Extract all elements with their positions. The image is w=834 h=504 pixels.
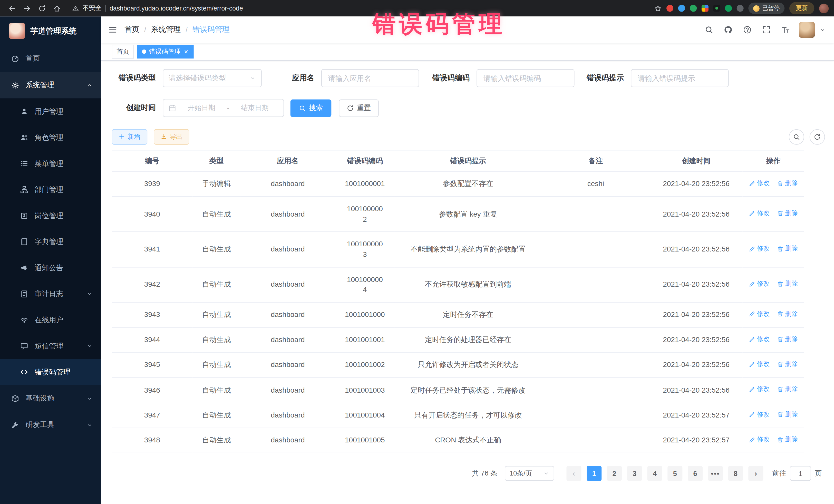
page-button-5[interactable]: 5 bbox=[667, 466, 682, 481]
delete-button[interactable]: 删除 bbox=[777, 359, 798, 369]
delete-button-label: 删除 bbox=[785, 244, 798, 253]
close-tab-icon[interactable]: × bbox=[183, 48, 189, 55]
browser-update-button[interactable]: 更新 bbox=[789, 2, 814, 14]
page-button-2[interactable]: 2 bbox=[607, 466, 622, 481]
extension-icon[interactable] bbox=[666, 5, 673, 12]
error-message-input[interactable] bbox=[631, 69, 728, 87]
browser-reload-icon[interactable] bbox=[35, 1, 49, 15]
user-avatar[interactable] bbox=[799, 22, 815, 38]
delete-button[interactable]: 删除 bbox=[777, 179, 798, 188]
delete-button[interactable]: 删除 bbox=[777, 309, 798, 319]
edit-button-label: 修改 bbox=[757, 244, 770, 253]
online-icon bbox=[20, 316, 28, 324]
help-icon[interactable] bbox=[739, 21, 755, 38]
toggle-search-button[interactable] bbox=[789, 129, 804, 145]
edit-button[interactable]: 修改 bbox=[749, 334, 770, 344]
table-row: 3947 自动生成 dashboard 1001001004 只有开启状态的任务… bbox=[112, 403, 804, 428]
avatar-caret-icon[interactable] bbox=[818, 27, 827, 33]
trash-icon bbox=[777, 311, 784, 317]
export-button[interactable]: 导出 bbox=[154, 129, 190, 145]
edit-button[interactable]: 修改 bbox=[749, 279, 770, 288]
sidebar-item-error-code[interactable]: 错误码管理 bbox=[0, 359, 101, 385]
paused-badge[interactable]: 已暂停 bbox=[748, 3, 785, 14]
edit-button[interactable]: 修改 bbox=[749, 309, 770, 319]
sidebar-item-roles[interactable]: 角色管理 bbox=[0, 125, 101, 151]
breadcrumb-system[interactable]: 系统管理 bbox=[151, 25, 181, 35]
delete-button[interactable]: 删除 bbox=[777, 279, 798, 288]
delete-button[interactable]: 删除 bbox=[777, 209, 798, 218]
delete-button[interactable]: 删除 bbox=[777, 244, 798, 253]
extension-icon[interactable] bbox=[725, 5, 732, 12]
next-page-button[interactable]: › bbox=[748, 466, 763, 481]
extension-icon[interactable] bbox=[713, 5, 720, 12]
app-logo[interactable]: 芋道管理系统 bbox=[0, 17, 101, 45]
page-size-select[interactable]: 10条/页 bbox=[505, 466, 554, 481]
column-header-actions: 操作 bbox=[742, 151, 804, 172]
delete-button[interactable]: 删除 bbox=[777, 385, 798, 394]
browser-forward-icon[interactable] bbox=[20, 1, 34, 15]
edit-button[interactable]: 修改 bbox=[749, 410, 770, 419]
page-button-3[interactable]: 3 bbox=[627, 466, 642, 481]
sidebar-item-infrastructure[interactable]: 基础设施 bbox=[0, 385, 101, 412]
sidebar-item-system[interactable]: 系统管理 bbox=[0, 72, 101, 98]
sidebar-item-users[interactable]: 用户管理 bbox=[0, 98, 101, 125]
address-bar[interactable]: 不安全 dashboard.yudao.iocoder.cn/system/er… bbox=[72, 4, 649, 13]
sidebar-item-depts[interactable]: 部门管理 bbox=[0, 177, 101, 203]
edit-button[interactable]: 修改 bbox=[749, 179, 770, 188]
extension-icon[interactable] bbox=[678, 5, 685, 12]
prev-page-button[interactable]: ‹ bbox=[566, 466, 581, 481]
code-icon bbox=[20, 368, 28, 376]
page-button-4[interactable]: 4 bbox=[647, 466, 662, 481]
font-size-icon[interactable] bbox=[777, 21, 793, 38]
edit-button[interactable]: 修改 bbox=[749, 359, 770, 369]
edit-button[interactable]: 修改 bbox=[749, 209, 770, 218]
error-code-input[interactable] bbox=[477, 69, 574, 87]
sidebar-item-home[interactable]: 首页 bbox=[0, 45, 101, 72]
edit-button[interactable]: 修改 bbox=[749, 435, 770, 444]
date-range-picker[interactable]: 开始日期 - 结束日期 bbox=[163, 99, 284, 117]
bookmark-star-icon[interactable] bbox=[654, 5, 662, 12]
breadcrumb-home[interactable]: 首页 bbox=[125, 25, 139, 35]
edit-button[interactable]: 修改 bbox=[749, 385, 770, 394]
sidebar-item-posts[interactable]: 岗位管理 bbox=[0, 203, 101, 229]
page-button-8[interactable]: 8 bbox=[728, 466, 743, 481]
sidebar-item-devtools[interactable]: 研发工具 bbox=[0, 412, 101, 438]
extension-icon[interactable] bbox=[702, 5, 708, 12]
github-icon[interactable] bbox=[720, 21, 736, 38]
extension-icon[interactable] bbox=[690, 5, 697, 12]
extension-icon[interactable] bbox=[737, 5, 744, 12]
reset-button[interactable]: 重置 bbox=[339, 99, 378, 117]
page-button-6[interactable]: 6 bbox=[688, 466, 703, 481]
search-icon[interactable] bbox=[701, 21, 717, 38]
sidebar-item-sms[interactable]: 短信管理 bbox=[0, 333, 101, 359]
filter-error-message: 错误码提示 bbox=[587, 69, 728, 87]
sidebar-item-menus[interactable]: 菜单管理 bbox=[0, 151, 101, 177]
sidebar-toggle-icon[interactable] bbox=[101, 17, 125, 43]
error-type-select[interactable]: 请选择错误码类型 bbox=[163, 69, 262, 87]
sidebar-item-notices[interactable]: 通知公告 bbox=[0, 255, 101, 281]
tab-home[interactable]: 首页 bbox=[112, 45, 134, 59]
sidebar-item-audit-log[interactable]: 审计日志 bbox=[0, 281, 101, 307]
delete-button[interactable]: 删除 bbox=[777, 334, 798, 344]
browser-back-icon[interactable] bbox=[5, 1, 19, 15]
table-row: 3946 自动生成 dashboard 1001001003 定时任务已经处于该… bbox=[112, 377, 804, 403]
sidebar-item-dicts[interactable]: 字典管理 bbox=[0, 229, 101, 255]
page-ellipsis[interactable]: ••• bbox=[708, 466, 723, 481]
add-button[interactable]: 新增 bbox=[112, 129, 147, 145]
delete-button[interactable]: 删除 bbox=[777, 410, 798, 419]
search-button[interactable]: 搜索 bbox=[290, 99, 332, 117]
trash-icon bbox=[777, 246, 784, 252]
edit-button[interactable]: 修改 bbox=[749, 244, 770, 253]
edit-button-label: 修改 bbox=[757, 410, 770, 419]
browser-profile-avatar[interactable] bbox=[819, 3, 829, 13]
refresh-table-button[interactable] bbox=[810, 129, 825, 145]
cell-remark bbox=[542, 302, 650, 327]
sidebar-item-online-users[interactable]: 在线用户 bbox=[0, 307, 101, 333]
app-name-input[interactable] bbox=[321, 69, 419, 87]
delete-button[interactable]: 删除 bbox=[777, 435, 798, 444]
fullscreen-icon[interactable] bbox=[759, 21, 774, 38]
tab-error-code[interactable]: 错误码管理 × bbox=[137, 45, 194, 59]
browser-home-icon[interactable] bbox=[50, 1, 64, 15]
page-button-1[interactable]: 1 bbox=[587, 466, 601, 481]
goto-page-input[interactable] bbox=[790, 466, 811, 481]
